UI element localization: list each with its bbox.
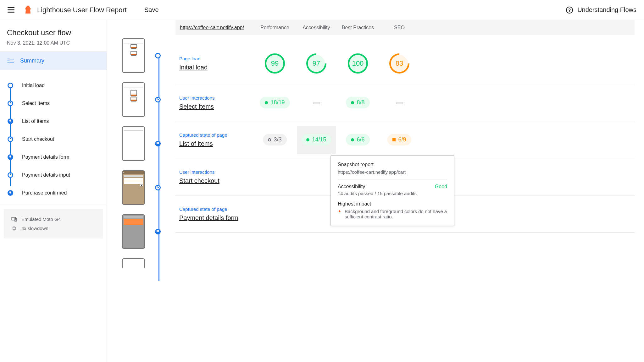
aperture-icon	[155, 229, 161, 234]
device-icon	[11, 217, 17, 222]
clock-icon	[8, 172, 13, 178]
flow-name[interactable]: Payment details form	[179, 214, 254, 222]
thumbnail[interactable]: ▬▬	[122, 170, 145, 205]
flow-row: User interactionsSelect Items18/19—8/8—	[175, 84, 635, 121]
env-throttle: 4x slowdown	[11, 224, 95, 233]
step-label: Purchase confirmed	[22, 190, 67, 196]
col-performance: Performance	[254, 25, 296, 30]
tooltip-impact: ▲ Background and foreground colors do no…	[338, 209, 447, 219]
save-button[interactable]: Save	[144, 6, 159, 14]
sidebar-step[interactable]: Initial load	[0, 76, 107, 94]
thumbnail[interactable]	[122, 126, 145, 161]
pill-badge[interactable]: 8/8	[346, 97, 369, 108]
summary-label: Summary	[20, 58, 44, 64]
pill-badge[interactable]: 6/9	[387, 134, 411, 145]
metric-cell[interactable]: 3/3	[254, 134, 296, 145]
metric-cell[interactable]: 83	[379, 55, 420, 72]
dash: —	[313, 99, 320, 107]
sidebar-step[interactable]: Payment details input	[0, 166, 107, 184]
sidebar-step[interactable]: Payment details form	[0, 148, 107, 166]
metric-cell[interactable]: 8/8	[337, 97, 379, 108]
tooltip: Snapshot report https://coffee-cart.netl…	[330, 155, 454, 226]
env-device: Emulated Moto G4	[11, 215, 95, 224]
help-label: Understanding Flows	[577, 6, 636, 14]
flow-type: User interactions	[179, 169, 254, 175]
flow-name[interactable]: Initial load	[179, 64, 254, 71]
thumbnail[interactable]	[122, 258, 145, 268]
metric-cell[interactable]: 99	[254, 55, 296, 72]
help-link[interactable]: ? Understanding Flows	[566, 6, 636, 14]
flow-name[interactable]: Start checkout	[179, 177, 254, 184]
step-label: Initial load	[22, 83, 45, 88]
table-header: https://coffee-cart.netlify.app/ Perform…	[175, 20, 635, 35]
sidebar-step[interactable]: List of items	[0, 112, 107, 130]
metric-cell[interactable]: 6/6	[337, 134, 379, 145]
step-label: List of items	[22, 118, 49, 124]
metric-cell[interactable]: 97	[296, 55, 337, 72]
pill-badge[interactable]: 18/19	[260, 97, 290, 108]
sidebar-step[interactable]: Select Items	[0, 94, 107, 112]
flow-type: Captured state of page	[179, 206, 254, 212]
clock-icon	[155, 185, 161, 190]
metric-cell[interactable]: 14/15	[296, 134, 337, 145]
sidebar-step[interactable]: Purchase confirmed	[0, 184, 107, 202]
circle-icon	[155, 53, 161, 58]
dash: —	[396, 99, 403, 107]
sidebar-steps: Initial loadSelect ItemsList of itemsSta…	[0, 70, 107, 205]
metric-cell[interactable]: 18/19	[254, 97, 296, 108]
list-icon	[8, 58, 14, 63]
gauge[interactable]: 97	[308, 55, 325, 72]
test-url[interactable]: https://coffee-cart.netlify.app/	[175, 25, 254, 30]
cpu-icon	[11, 226, 17, 231]
flow-name[interactable]: List of items	[179, 140, 254, 147]
help-icon: ?	[566, 7, 573, 14]
sidebar-step[interactable]: Start checkout	[0, 130, 107, 148]
sidebar-header: Checkout user flow Nov 3, 2021, 12:00 AM…	[0, 20, 107, 52]
flow-type: User interactions	[179, 95, 254, 101]
flow-date: Nov 3, 2021, 12:00 AM UTC	[7, 40, 100, 46]
pill-badge[interactable]: 6/6	[346, 134, 369, 145]
triangle-icon: ▲	[338, 209, 341, 219]
thumbnail[interactable]: ▬▬▬	[122, 82, 145, 117]
pill-badge[interactable]: 14/15	[301, 134, 331, 145]
step-label: Payment details input	[22, 172, 70, 178]
col-seo: SEO	[379, 25, 420, 30]
env-info: Emulated Moto G4 4x slowdown	[4, 209, 103, 239]
gauge[interactable]: 100	[349, 55, 366, 72]
app-header: Lighthouse User Flow Report Save ? Under…	[0, 0, 644, 20]
flow-row: Page loadInitial load999710083	[175, 43, 635, 84]
tooltip-status: Good	[435, 184, 447, 189]
tooltip-impact-label: Highest impact	[338, 201, 447, 207]
page-title: Lighthouse User Flow Report	[37, 6, 127, 14]
tooltip-detail: 14 audits passed / 15 passable audits	[338, 191, 447, 196]
timeline-column: — ▬▬▬ ▬▬	[122, 20, 175, 362]
thumbnail[interactable]: —	[122, 38, 145, 73]
flow-type: Page load	[179, 56, 254, 61]
gauge[interactable]: 99	[266, 55, 283, 72]
step-label: Payment details form	[22, 154, 69, 160]
metric-cell[interactable]: 100	[337, 55, 379, 72]
metric-cell[interactable]: 6/9	[379, 134, 420, 145]
circle-icon	[8, 83, 13, 88]
col-best-practices: Best Practices	[337, 25, 379, 30]
flow-name[interactable]: Select Items	[179, 103, 254, 110]
svg-rect-2	[13, 227, 15, 230]
pill-badge[interactable]: 3/3	[263, 134, 286, 145]
tooltip-url: https://coffee-cart.netlify.app/cart	[338, 169, 447, 179]
aperture-icon	[8, 190, 13, 196]
thumbnail[interactable]	[122, 214, 145, 249]
sidebar: Checkout user flow Nov 3, 2021, 12:00 AM…	[0, 20, 107, 362]
sidebar-item-summary[interactable]: Summary	[0, 52, 107, 70]
flow-row: Captured state of pageList of items3/314…	[175, 121, 635, 158]
metric-cell[interactable]: —	[296, 99, 337, 107]
menu-icon[interactable]	[8, 7, 14, 13]
flow-title: Checkout user flow	[7, 28, 100, 37]
metric-cell[interactable]: —	[379, 99, 420, 107]
lighthouse-logo-icon	[25, 5, 31, 14]
svg-rect-0	[12, 217, 15, 220]
aperture-icon	[8, 118, 13, 124]
gauge[interactable]: 83	[391, 55, 408, 72]
flow-type: Captured state of page	[179, 132, 254, 138]
aperture-icon	[155, 141, 161, 146]
tooltip-category: Accessibility	[338, 184, 365, 189]
